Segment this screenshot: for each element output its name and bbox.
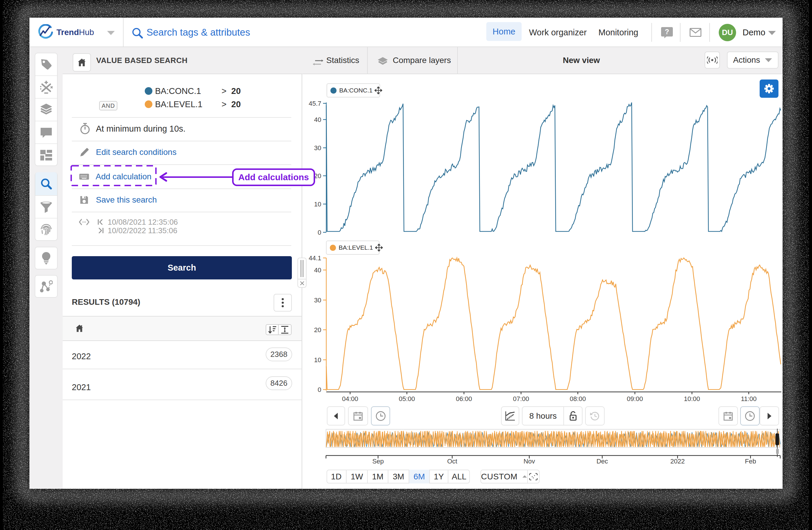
svg-text:Oct: Oct — [447, 458, 457, 465]
svg-text:30: 30 — [314, 296, 321, 304]
svg-text:07:00: 07:00 — [513, 395, 529, 403]
svg-text:05:00: 05:00 — [398, 395, 415, 403]
svg-text:0: 0 — [318, 229, 321, 236]
svg-text:09:00: 09:00 — [627, 395, 643, 403]
svg-text:Feb: Feb — [745, 458, 756, 465]
svg-text:Dec: Dec — [596, 458, 608, 465]
svg-text:04:00: 04:00 — [342, 395, 358, 403]
svg-text:20: 20 — [314, 326, 321, 334]
svg-text:20: 20 — [314, 172, 321, 180]
svg-text:10:00: 10:00 — [684, 395, 700, 403]
svg-text:2022: 2022 — [670, 458, 685, 465]
svg-text:40: 40 — [314, 266, 321, 274]
svg-text:Nov: Nov — [523, 458, 535, 465]
svg-text:Sep: Sep — [372, 458, 383, 465]
svg-text:44.1: 44.1 — [309, 254, 321, 262]
svg-text:10: 10 — [314, 356, 321, 364]
svg-text:08:00: 08:00 — [569, 395, 586, 403]
svg-text:40: 40 — [314, 116, 321, 123]
svg-text:45.7: 45.7 — [309, 100, 321, 107]
svg-text:0: 0 — [318, 386, 321, 393]
svg-text:06:00: 06:00 — [456, 395, 472, 403]
svg-text:10: 10 — [314, 200, 321, 208]
svg-text:11:00: 11:00 — [741, 395, 756, 403]
svg-text:30: 30 — [314, 144, 321, 152]
